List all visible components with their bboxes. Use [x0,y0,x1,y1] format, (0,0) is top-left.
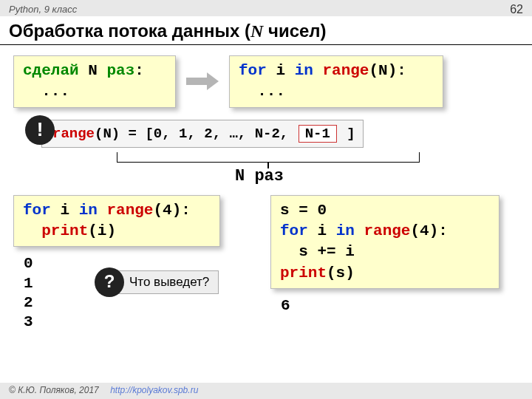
example-left-box: for i in range(4): print(i) [13,195,220,248]
r-l1: s = 0 [280,202,327,219]
var-2: i [51,202,79,219]
kw-print: print [41,222,88,239]
kw-do: сделай [23,62,79,79]
n-times-label: N раз [235,167,284,185]
exclamation-badge: ! [25,115,55,145]
kw-in: in [295,62,313,79]
parg: (i) [88,222,116,239]
arg-3: (4): [410,222,447,239]
copyright: © К.Ю. Поляков, 2017 [9,385,99,395]
title-var: N [250,21,263,41]
bracket-icon [117,152,420,163]
footer-strip: © К.Ю. Поляков, 2017 http://kpolyakov.sp… [0,383,532,399]
page-number: 62 [510,3,523,16]
pseudo-n: N [79,62,107,79]
header-strip: Python, 9 класс 62 [0,0,532,16]
output-right: 6 [281,296,507,316]
var-3: i [308,222,336,239]
loop-body: ... [239,83,285,100]
for-loop-box: for i in range(N): ... [229,55,443,108]
question-callout: ? Что выведет? [95,267,219,297]
r-parg: (s) [327,265,355,282]
arg-2: (4): [153,202,190,219]
range-explanation-box: range(N) = [0, 1, 2, …, N-2, N-1 ] [41,120,364,148]
pseudocode-box: сделай N раз: ... [13,55,176,108]
title-text-a: Обработка потока данных ( [9,21,250,41]
range-close: ] [338,126,355,142]
sp3 [355,222,364,239]
range-last-boxed: N-1 [299,125,337,143]
kw-for-2: for [23,202,51,219]
question-badge: ? [95,267,124,297]
bracket-wrap: N раз [13,152,519,188]
footer-link: http://kpolyakov.spb.ru [110,385,198,395]
kw-in-2: in [79,202,98,219]
range-eq: (N) = [0, 1, 2, …, N-2, [95,126,297,142]
page-title: Обработка потока данных (N чисел) [0,16,532,45]
kw-in-3: in [336,222,355,239]
course-label: Python, 9 класс [9,4,77,15]
sp2 [98,202,107,219]
kw-print-2: print [280,265,327,282]
kw-for: for [239,62,267,79]
range-explanation-row: ! range(N) = [0, 1, 2, …, N-2, N-1 ] [34,120,519,148]
kw-for-3: for [280,222,308,239]
sp [313,62,323,79]
kw-range-2: range [52,126,95,142]
question-box: Что выведет? [114,270,219,294]
pseudo-to-code-row: сделай N раз: ... for i in range(N): ... [13,55,519,108]
kw-range: range [322,62,369,79]
colon: : [134,62,144,79]
ind [23,222,41,239]
r-body: s += i [280,243,355,260]
kw-range-3: range [106,202,153,219]
arrow-icon [186,74,219,89]
example-right-box: s = 0 for i in range(4): s += i print(s) [270,195,499,289]
loop-var: i [267,62,295,79]
title-text-b: чисел) [263,21,326,41]
examples-row: for i in range(4): print(i) 0 1 2 3 s = … [13,195,519,332]
loop-arg: (N): [369,62,406,79]
pseudo-body: ... [23,83,69,100]
kw-range-4: range [364,222,410,239]
kw-times: раз [106,62,134,79]
